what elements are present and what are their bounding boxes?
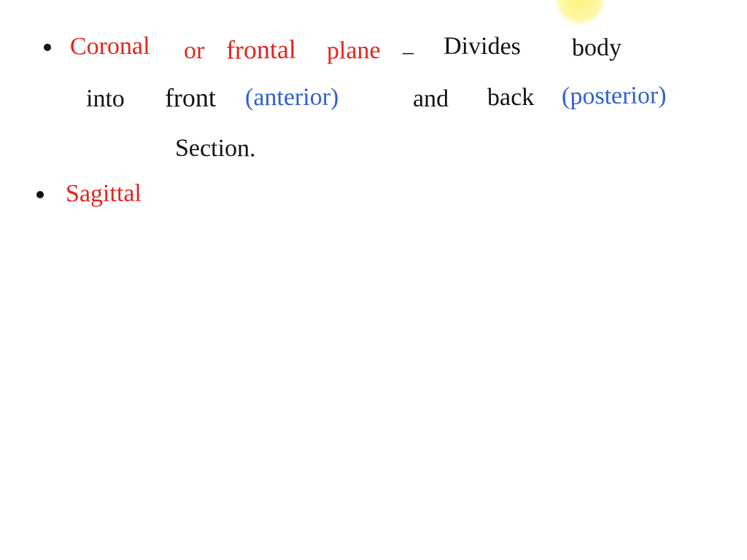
def-into: into (86, 86, 125, 111)
handwriting-canvas: Coronal or frontal plane – Divides body … (0, 0, 747, 560)
def-and: and (413, 86, 449, 111)
term-plane: plane (327, 38, 381, 63)
dash: – (403, 41, 414, 63)
term-or: or (184, 38, 205, 63)
paren-anterior: (anterior) (245, 85, 339, 110)
def-body: body (572, 35, 622, 60)
term-coronal: Coronal (70, 34, 150, 59)
term-frontal: frontal (226, 36, 296, 63)
term-sagittal: Sagittal (66, 181, 142, 206)
def-back: back (487, 85, 534, 109)
bullet-2-dot (36, 191, 44, 198)
def-front: front (165, 85, 216, 112)
paren-posterior: (posterior) (562, 82, 667, 109)
marker-highlight (554, 0, 605, 26)
def-section: Section. (175, 136, 256, 161)
bullet-1-dot (44, 44, 51, 51)
def-divides: Divides (444, 34, 521, 59)
